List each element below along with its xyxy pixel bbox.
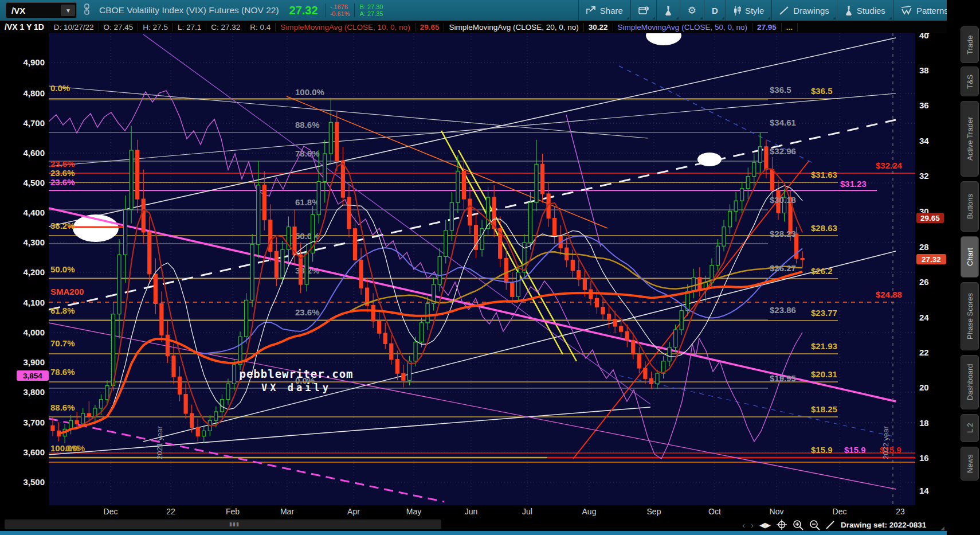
pan-right-icon[interactable]: › [751,520,754,530]
share-icon [586,6,596,15]
drawing-line-icon [779,6,789,15]
svg-text:34: 34 [919,136,929,146]
resize-corner[interactable] [940,526,944,530]
last-price-badge: 27.32 [916,254,946,264]
chart-status-bar: ‹ › ◀▶ Drawing set: 2022-0831 [742,518,926,532]
tab-dashboard[interactable]: Dashboard [961,355,979,409]
svg-text:3,500: 3,500 [23,477,45,487]
symbol-input[interactable]: /VX ▼ [6,2,77,18]
tab-trade[interactable]: Trade [961,26,979,63]
svg-text:4,500: 4,500 [23,178,45,188]
detach-info-button[interactable]: i [630,0,656,21]
timeframe-button[interactable]: D [704,0,726,21]
flask-icon [664,6,672,15]
ohlc-field: R: 0.4 [245,23,276,32]
fit-width-icon[interactable]: ◀▶ [759,521,771,529]
study-label[interactable]: SimpleMovingAvg (CLOSE, 20, 0, no) [444,23,583,32]
pan-mode-icon[interactable] [777,520,787,530]
ohlc-field: L: 27.1 [173,23,206,32]
study-value: 30.22 [584,23,613,32]
svg-text:24: 24 [919,313,929,322]
svg-text:4,900: 4,900 [23,57,45,67]
svg-text:3,600: 3,600 [23,447,45,457]
tab-t-s[interactable]: T&S [961,67,979,96]
svg-text:4,400: 4,400 [23,208,45,217]
quick-study-button[interactable] [656,0,680,21]
svg-text:4,100: 4,100 [23,298,45,307]
style-button[interactable]: Style [726,0,771,21]
more-studies-ellipsis[interactable]: ... [782,23,798,32]
svg-text:i: i [646,6,647,10]
tab-buttons[interactable]: Buttons [961,181,979,232]
scrollbar-grip[interactable]: ▮▮▮ [227,521,242,528]
svg-text:3,700: 3,700 [23,417,45,427]
svg-text:3,800: 3,800 [23,387,45,397]
svg-text:36: 36 [919,100,929,110]
change-block: -.1676 -0.61% [325,3,355,17]
tab-chart[interactable]: Chart [961,236,979,278]
settings-button[interactable]: ⚙ [680,0,704,21]
bid-value: B: 27.30 [359,3,383,10]
svg-text:Feb: Feb [226,507,240,516]
svg-text:Oct: Oct [708,507,721,516]
drawings-button[interactable]: Drawings [771,0,837,21]
ask-value: A: 27.35 [359,10,383,17]
drawing-set-label[interactable]: Drawing set: 2022-0831 [841,521,926,529]
chart-header: /VX 1 Y 1D D: 10/27/22O: 27.45H: 27.5L: … [0,21,947,33]
sma10-price-badge: 29.65 [916,213,944,223]
svg-text:22: 22 [166,507,175,516]
time-scrollbar[interactable]: ▮▮▮ [5,520,441,529]
svg-text:28: 28 [919,242,929,252]
svg-text:Dec: Dec [833,507,847,516]
timeframe-label: D [712,6,718,15]
gear-icon: ⚙ [688,5,696,17]
symbol-value: /VX [6,6,61,15]
share-button[interactable]: Share [578,0,630,21]
svg-text:4,600: 4,600 [23,148,45,158]
svg-text:4,800: 4,800 [23,88,45,98]
svg-text:Nov: Nov [770,507,784,516]
chart-canvas[interactable] [49,33,915,505]
study-label[interactable]: SimpleMovingAvg (CLOSE, 10, 0, no) [276,23,415,32]
studies-flask-icon [845,6,853,15]
study-value: 29.65 [415,23,445,32]
study-label[interactable]: SimpleMovingAvg (CLOSE, 50, 0, no) [613,23,752,32]
chart-watermark: pebblewriter.com VX daily [225,368,368,393]
studies-label: Studies [857,6,885,15]
pan-left-icon[interactable]: ‹ [742,520,745,530]
bid-ask-block: B: 27.30 A: 27.35 [354,3,387,17]
zoom-in-icon[interactable] [793,520,803,530]
patterns-icon [901,6,912,15]
draw-line-icon[interactable] [826,520,835,529]
zoom-out-icon[interactable] [809,520,820,530]
change-percent: -0.61% [330,10,350,17]
svg-text:May: May [406,507,421,516]
tab-active-trader[interactable]: Active Trader [961,101,979,177]
right-tab-strip: TradeT&SActive TraderButtonsChartPhase S… [947,0,980,535]
symbol-dropdown-icon[interactable]: ▼ [61,5,75,16]
svg-text:Mar: Mar [280,507,294,516]
chart-symbol-timeframe[interactable]: /VX 1 Y 1D [0,22,49,32]
window-bottom-edge [0,531,980,535]
ohlc-field: C: 27.32 [206,23,245,32]
ohlc-field: H: 27.5 [138,23,173,32]
svg-text:4,300: 4,300 [23,237,45,247]
link-icon[interactable] [84,3,90,17]
last-price: 27.32 [289,4,318,17]
tab-news[interactable]: News [961,447,979,481]
svg-text:26: 26 [919,277,929,287]
svg-text:23: 23 [896,507,905,516]
studies-button[interactable]: Studies [837,0,893,21]
tab-phase-scores[interactable]: Phase Scores [961,282,979,350]
instrument-title: CBOE Volatility Index (VIX) Futures (NOV… [99,5,279,15]
svg-text:Aug: Aug [582,507,597,516]
svg-text:3,900: 3,900 [23,357,45,367]
svg-text:16: 16 [919,453,929,463]
left-axis-price-badge: 3,854 [17,370,49,381]
svg-text:38: 38 [919,65,929,75]
tab-l-2[interactable]: L 2 [961,414,979,442]
candle-style-icon [734,6,741,15]
style-label: Style [745,6,764,15]
ohlc-fields: D: 10/27/22O: 27.45H: 27.5L: 27.1C: 27.3… [49,21,276,33]
study-value: 27.95 [752,23,782,32]
